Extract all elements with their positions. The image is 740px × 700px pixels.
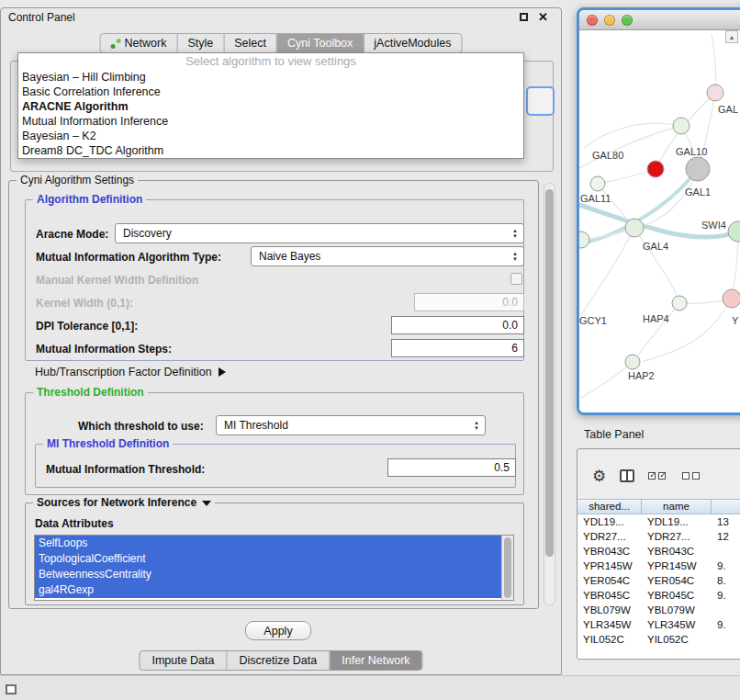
network-node[interactable] — [707, 85, 723, 101]
table-header-cell[interactable] — [712, 500, 740, 514]
desktop: Control Panel ✕ NetworkStyleSelectCyni T… — [0, 0, 740, 700]
zoom-window-icon[interactable] — [622, 15, 633, 26]
table-panel-window: ⚙ shared...name YDL19...YDL19...13YDR27.… — [577, 448, 740, 660]
columns-icon[interactable] — [620, 469, 634, 482]
minimize-window-icon[interactable] — [604, 15, 615, 26]
kernel-width-input[interactable]: 0.0 — [414, 293, 524, 311]
bottom-tab-infer-network[interactable]: Infer Network — [330, 651, 421, 670]
table-row[interactable]: YER054CYER054C8. — [577, 573, 740, 588]
network-node[interactable] — [590, 176, 605, 191]
table-header-cell[interactable]: shared... — [577, 500, 642, 514]
aracne-mode-select[interactable]: Discovery ▲▼ — [115, 223, 524, 243]
table-row[interactable]: YDL19...YDL19...13 — [577, 514, 740, 529]
network-edge[interactable] — [644, 299, 732, 361]
network-edge[interactable] — [636, 303, 679, 357]
network-edge[interactable] — [634, 228, 678, 298]
algorithm-option-mutual-information-inference[interactable]: Mutual Information Inference — [18, 114, 523, 129]
apply-button[interactable]: Apply — [245, 621, 311, 640]
table-cell: YDL19... — [642, 514, 712, 529]
combo-arrows-icon: ▲▼ — [470, 416, 483, 435]
network-node[interactable] — [647, 161, 664, 177]
mi-steps-input[interactable]: 6 — [391, 339, 524, 357]
network-node[interactable] — [728, 221, 740, 242]
data-attributes-label: Data Attributes — [35, 516, 114, 531]
tab-jactivemodules[interactable]: jActiveModules — [364, 34, 461, 52]
network-view-window: GALGAL80GAL10GAL11GAL1SWI4GAL4GCY1HAP4YH… — [577, 7, 740, 415]
table-row[interactable]: YBR045CYBR045C9. — [577, 588, 740, 603]
algorithm-option-basic-correlation-inference[interactable]: Basic Correlation Inference — [18, 85, 523, 99]
algorithm-option-bayesian-k2[interactable]: Bayesian – K2 — [18, 129, 523, 143]
network-node[interactable] — [625, 355, 640, 369]
network-scroll-arrow[interactable]: ▲ — [725, 30, 738, 43]
table-row[interactable]: YDR27...YDR27...12 — [577, 529, 740, 544]
tab-cyni-toolbox[interactable]: Cyni Toolbox — [277, 34, 364, 52]
table-cell: 9. — [712, 559, 740, 573]
scrollbar-thumb[interactable] — [504, 537, 511, 598]
table-cell: YBR043C — [577, 544, 642, 559]
tab-network[interactable]: Network — [101, 34, 178, 52]
network-edge[interactable] — [581, 362, 633, 398]
kernel-width-label: Kernel Width (0,1): — [36, 296, 133, 310]
network-node[interactable] — [625, 219, 644, 237]
settings-scrollbar[interactable] — [544, 183, 555, 605]
network-edge[interactable] — [584, 123, 681, 148]
network-node[interactable] — [723, 289, 740, 308]
dpi-tolerance-input[interactable]: 0.0 — [391, 316, 524, 334]
table-cell: YBL079W — [577, 603, 642, 617]
table-row[interactable]: YBR043CYBR043C — [577, 544, 740, 559]
attribute-item-topologicalcoefficient[interactable]: TopologicalCoefficient — [35, 551, 501, 567]
collapse-arrow-icon — [202, 501, 211, 506]
algorithm-option-dream8-dc-tdc-algorithm[interactable]: Dream8 DC_TDC Algorithm — [18, 143, 523, 158]
table-cell: YBR045C — [577, 588, 642, 603]
bottom-tab-impute-data[interactable]: Impute Data — [140, 651, 227, 670]
gear-icon[interactable]: ⚙ — [592, 469, 606, 484]
network-node[interactable] — [672, 296, 687, 310]
attribute-item-gal4rgexp[interactable]: gal4RGexp — [35, 582, 501, 598]
combo-arrows-icon: ▲▼ — [509, 247, 521, 265]
restore-panel-icon[interactable] — [6, 684, 17, 694]
attribute-item-selfloops[interactable]: SelfLoops — [35, 536, 501, 551]
sources-group: Sources for Network Inference Data Attri… — [25, 502, 524, 605]
network-node[interactable] — [686, 157, 710, 181]
table-row[interactable]: YBL079WYBL079W — [577, 603, 740, 617]
network-canvas[interactable]: GALGAL80GAL10GAL11GAL1SWI4GAL4GCY1HAP4YH… — [579, 30, 740, 412]
algorithm-definition-group: Algorithm Definition Aracne Mode: Discov… — [25, 199, 524, 361]
select-all-icon[interactable] — [648, 472, 668, 480]
table-row[interactable]: YIL052CYIL052C — [577, 632, 740, 647]
tab-style[interactable]: Style — [177, 34, 224, 52]
sources-title[interactable]: Sources for Network Inference — [33, 496, 215, 509]
manual-kernel-checkbox[interactable] — [510, 273, 522, 285]
focused-button-fragment[interactable] — [526, 86, 555, 116]
tab-select[interactable]: Select — [224, 34, 277, 52]
node-label: GCY1 — [579, 315, 607, 326]
algorithm-option-aracne-algorithm[interactable]: ARACNE Algorithm — [18, 99, 523, 114]
bottom-tabs: Impute DataDiscretize DataInfer Network — [139, 650, 422, 671]
deselect-all-icon[interactable] — [682, 472, 702, 480]
mi-type-select[interactable]: Naive Bayes ▲▼ — [251, 246, 524, 266]
mi-threshold-input[interactable]: 0.5 — [387, 458, 516, 477]
network-node[interactable] — [673, 118, 690, 134]
network-edge[interactable] — [579, 126, 681, 168]
close-panel-icon[interactable]: ✕ — [538, 10, 548, 24]
table-toolbar: ⚙ — [592, 464, 702, 488]
table-row[interactable]: YLR345WYLR345W9. — [577, 617, 740, 632]
attributes-scrollbar[interactable] — [501, 536, 513, 600]
algorithm-dropdown-placeholder: Select algorithm to view settings — [18, 53, 523, 70]
network-window-titlebar[interactable] — [579, 10, 740, 30]
float-panel-icon[interactable] — [520, 13, 528, 21]
tab-label: Cyni Toolbox — [287, 37, 353, 50]
bottom-tab-discretize-data[interactable]: Discretize Data — [228, 651, 331, 670]
table-row[interactable]: YPR145WYPR145W9. — [577, 559, 740, 573]
data-attributes-list: SelfLoopsTopologicalCoefficientBetweenne… — [34, 535, 514, 601]
hub-definition-section[interactable]: Hub/Transcription Factor Definition — [35, 366, 226, 378]
threshold-definition-group: Threshold Definition Which threshold to … — [25, 392, 524, 495]
scrollbar-thumb[interactable] — [545, 189, 554, 557]
settings-group-title: Cyni Algorithm Settings — [17, 174, 138, 186]
table-header-cell[interactable]: name — [642, 500, 712, 514]
network-node[interactable] — [579, 231, 589, 248]
bottom-strip — [0, 675, 740, 700]
close-window-icon[interactable] — [587, 15, 598, 26]
attribute-item-betweennesscentrality[interactable]: BetweennessCentrality — [35, 567, 501, 582]
algorithm-option-bayesian-hill-climbing[interactable]: Bayesian – Hill Climbing — [18, 70, 523, 85]
threshold-type-select[interactable]: MI Threshold ▲▼ — [216, 415, 486, 435]
